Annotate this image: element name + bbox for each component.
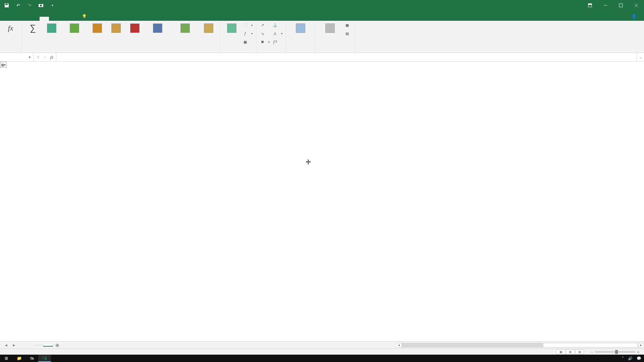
formula-bar: ▼ ✕ ✓ fx ⌄ [0,53,644,62]
tab-seitenlayout[interactable] [30,17,40,21]
close-icon[interactable] [629,0,644,11]
fx-icon[interactable]: fx [50,55,53,60]
evaluate-formula-button[interactable]: ƒ? [272,38,282,46]
trace-dependents-button[interactable]: ↘ [260,30,270,37]
ribbon-display-options-icon[interactable] [582,0,598,11]
show-icon: ⚓ [272,22,278,28]
calculate-now-button[interactable]: ▦ [344,21,352,29]
svg-point-1 [40,5,42,7]
zoom-out-icon[interactable]: − [591,350,593,354]
defined-names-group-label [222,52,254,53]
excel-taskbar-icon[interactable]: X▮ [38,355,51,362]
enter-formula-icon: ✓ [43,55,47,60]
money-icon [69,23,80,34]
text-button[interactable] [107,21,125,34]
tab-einfuegen[interactable] [21,17,30,21]
calc-options-button[interactable] [317,21,343,34]
status-bar: ▦ ▥ ▤ − + [0,349,644,355]
calculate-sheet-button[interactable]: ▤ [344,30,352,37]
insert-function-button[interactable]: fx [2,21,19,34]
tab-formeln[interactable] [40,17,49,21]
math-trig-button[interactable] [171,21,199,34]
scroll-thumb[interactable] [402,343,543,347]
file-explorer-icon[interactable]: 📁 [13,355,25,362]
minimize-icon[interactable] [598,0,613,11]
start-button[interactable]: ⊞ [0,355,13,362]
recently-used-button[interactable] [42,21,61,34]
sheet-prev-icon[interactable]: ◄ [4,343,8,348]
tab-ansicht[interactable] [68,17,77,21]
undo-icon[interactable]: ↶ [13,1,23,10]
remove-arrows-button[interactable]: ✖ ▾ [260,38,270,46]
system-tray[interactable]: ˄ 🔊 💬 [622,356,644,361]
worksheet-grid[interactable]: ▦▾ [0,62,644,343]
save-icon[interactable] [2,1,11,10]
define-name-button[interactable]: 📄 ▾ [243,21,253,29]
tab-start[interactable] [11,17,21,21]
more-functions-button[interactable] [199,21,218,34]
redo-icon[interactable]: ↷ [25,1,34,10]
fx-icon: fx [5,23,16,34]
clock-icon [129,23,140,34]
more-icon [203,23,214,34]
view-normal-icon[interactable]: ▦ [556,349,565,355]
formula-auditing-group-label [258,52,284,53]
qat-customize-icon[interactable]: ▾ [48,1,57,10]
tag-icon [226,23,237,34]
maximize-icon[interactable] [613,0,629,11]
name-box[interactable]: ▼ [0,53,34,61]
tell-me-search[interactable]: 💡 [77,12,94,21]
zoom-in-icon[interactable]: + [637,350,639,354]
chevron-down-icon[interactable]: ▼ [28,56,31,59]
sheet-tab-tabelle1[interactable] [34,344,43,346]
autofill-options-button[interactable]: ▦▾ [0,62,7,68]
remove-icon: ✖ [260,39,265,45]
scroll-right-icon[interactable]: ► [638,343,644,348]
theta-icon [180,23,191,34]
error-checking-button[interactable]: ⚠ ▾ [272,30,282,37]
question-icon [92,23,103,34]
store-icon[interactable]: 🛍 [25,355,38,362]
sheet-tab-tabelle2[interactable] [43,344,53,347]
create-from-selection-button[interactable]: ▦ [243,38,253,46]
horizontal-scrollbar[interactable]: ◄ ► [396,343,644,348]
show-formulas-button[interactable]: ⚓ [272,21,282,29]
lookup-button[interactable] [144,21,171,34]
calc-now-icon: ▦ [344,22,350,28]
title-bar: ↶ ↷ ▾ [0,0,644,11]
trace-precedents-button[interactable]: ↗ [260,21,270,29]
volume-icon[interactable]: 🔊 [628,356,633,361]
share-button[interactable]: 👤 [626,12,644,21]
financial-button[interactable] [61,21,88,34]
zoom-slider[interactable] [595,351,635,353]
svg-rect-3 [588,4,592,5]
notifications-icon[interactable]: 💬 [637,356,641,361]
view-page-break-icon[interactable]: ▤ [575,349,584,355]
camera-icon[interactable] [36,1,46,10]
sheet-tab-bar: ◄► ⊕ ◄ ► [0,341,644,349]
tray-up-icon[interactable]: ˄ [622,356,624,361]
logical-button[interactable] [88,21,107,34]
sheet-next-icon[interactable]: ► [12,343,16,348]
error-icon: ⚠ [272,31,278,36]
tab-datei[interactable] [2,17,11,21]
share-icon: 👤 [631,14,637,19]
ribbon-tabs: 💡 👤 [0,11,644,21]
new-sheet-button[interactable]: ⊕ [53,343,62,348]
scroll-left-icon[interactable]: ◄ [396,343,402,348]
tab-daten[interactable] [49,17,58,21]
eval-icon: ƒ? [272,39,278,45]
expand-formula-bar-icon[interactable]: ⌄ [637,53,644,61]
autosum-button[interactable]: ∑ [23,21,42,34]
sheet-nav[interactable]: ◄► [0,343,20,348]
define-icon: 📄 [243,22,248,28]
view-page-layout-icon[interactable]: ▥ [566,349,575,355]
tab-ueberpruefen[interactable] [58,17,68,21]
calc-sheet-icon: ▤ [344,31,350,36]
cell-cursor-icon [306,160,311,164]
name-manager-button[interactable] [222,21,241,34]
date-time-button[interactable] [125,21,144,34]
watch-window-button[interactable] [288,21,313,34]
calc-icon [325,23,335,34]
use-in-formula-button[interactable]: ƒ ▾ [243,30,253,37]
